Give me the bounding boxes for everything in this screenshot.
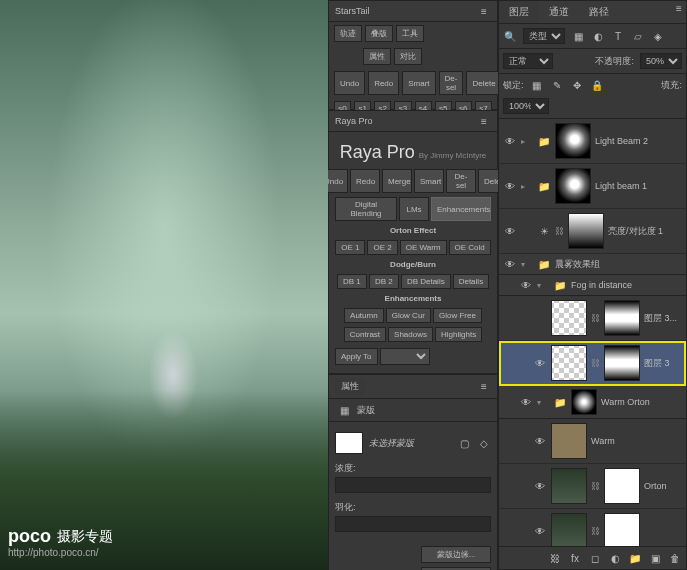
- lock-transparent-icon[interactable]: ▦: [530, 78, 544, 92]
- layer-mask-thumb[interactable]: [604, 300, 640, 336]
- filter-type-select[interactable]: 类型: [523, 28, 565, 44]
- raya-desel[interactable]: De-sel: [446, 169, 476, 193]
- tab-paths[interactable]: 路径: [579, 1, 619, 23]
- enh-shadows[interactable]: Shadows: [388, 327, 433, 342]
- layer-warm-orton-group[interactable]: 👁 ▾ 📁 Warm Orton: [499, 386, 686, 419]
- feather-input[interactable]: [335, 516, 491, 532]
- trash-icon[interactable]: 🗑: [668, 551, 682, 565]
- layer-mask-thumb[interactable]: [604, 345, 640, 381]
- opacity-input[interactable]: 50%: [640, 53, 682, 69]
- visibility-toggle[interactable]: 👁: [503, 224, 517, 238]
- apply-to-button[interactable]: Apply To: [335, 348, 378, 365]
- properties-tab[interactable]: 属性: [335, 378, 365, 395]
- layer-mask-thumb[interactable]: [568, 213, 604, 249]
- layer-mask-thumb[interactable]: [604, 513, 640, 546]
- layer-mask-thumb[interactable]: [571, 389, 597, 415]
- link-layers-icon[interactable]: ⛓: [548, 551, 562, 565]
- adjustment-layer-icon[interactable]: ◐: [608, 551, 622, 565]
- layer-label[interactable]: Warm Orton: [601, 397, 682, 407]
- st-tab-props[interactable]: 属性: [363, 48, 391, 65]
- group-label[interactable]: 晨雾效果组: [555, 258, 682, 271]
- tab-layers[interactable]: 图层: [499, 1, 539, 23]
- pixel-mask-icon[interactable]: ▢: [457, 436, 471, 450]
- layer-thumb[interactable]: [551, 423, 587, 459]
- st-undo[interactable]: Undo: [334, 71, 365, 95]
- apply-to-select[interactable]: [380, 348, 430, 365]
- filter-shape-icon[interactable]: ▱: [631, 29, 645, 43]
- layer-label[interactable]: 图层 3...: [644, 312, 682, 325]
- density-input[interactable]: [335, 477, 491, 493]
- visibility-toggle[interactable]: 👁: [519, 395, 533, 409]
- visibility-toggle[interactable]: 👁: [533, 434, 547, 448]
- layers-list[interactable]: 👁 ▸ 📁 Light Beam 2 👁 ▸ 📁 Light beam 1 👁: [499, 119, 686, 546]
- visibility-toggle[interactable]: 👁: [533, 479, 547, 493]
- layer-mask-thumb[interactable]: [555, 168, 591, 204]
- collapse-icon[interactable]: ▾: [537, 281, 549, 290]
- lock-all-icon[interactable]: 🔒: [590, 78, 604, 92]
- filter-type-icon[interactable]: T: [611, 29, 625, 43]
- visibility-toggle[interactable]: 👁: [503, 257, 517, 271]
- layer-mask-thumb[interactable]: [555, 123, 591, 159]
- raya-mode-lms[interactable]: LMs: [399, 197, 429, 221]
- layer-label[interactable]: Fog in distance: [571, 280, 682, 290]
- db-details[interactable]: DB Details: [401, 274, 451, 289]
- layer-3-selected[interactable]: 👁 ⛓ 图层 3: [499, 341, 686, 386]
- oe-1[interactable]: OE 1: [335, 240, 365, 255]
- enh-autumn[interactable]: Autumn: [344, 308, 384, 323]
- details[interactable]: Details: [453, 274, 489, 289]
- visibility-toggle[interactable]: [533, 311, 547, 325]
- collapse-icon[interactable]: ▾: [521, 260, 533, 269]
- layer-thumb[interactable]: [551, 513, 587, 546]
- blend-mode-select[interactable]: 正常: [503, 53, 553, 69]
- layer-extra[interactable]: 👁 ⛓: [499, 509, 686, 546]
- layer-fog-group[interactable]: 👁 ▾ 📁 Fog in distance: [499, 275, 686, 296]
- panel-menu-icon[interactable]: ≡: [672, 1, 686, 15]
- layer-thumb[interactable]: [551, 300, 587, 336]
- lock-position-icon[interactable]: ✥: [570, 78, 584, 92]
- collapse-icon[interactable]: ▾: [537, 398, 549, 407]
- visibility-toggle[interactable]: 👁: [503, 134, 517, 148]
- raya-redo[interactable]: Redo: [350, 169, 380, 193]
- layer-label[interactable]: 图层 3: [644, 357, 682, 370]
- st-desel[interactable]: De-sel: [439, 71, 464, 95]
- add-mask-icon[interactable]: ◻: [588, 551, 602, 565]
- panel-menu-icon[interactable]: ≡: [477, 114, 491, 128]
- tab-channels[interactable]: 通道: [539, 1, 579, 23]
- filter-img-icon[interactable]: ▦: [571, 29, 585, 43]
- layer-warm[interactable]: 👁 Warm: [499, 419, 686, 464]
- new-layer-icon[interactable]: ▣: [648, 551, 662, 565]
- oe-2[interactable]: OE 2: [367, 240, 397, 255]
- new-group-icon[interactable]: 📁: [628, 551, 642, 565]
- raya-mode-blend[interactable]: Digital Blending: [335, 197, 397, 221]
- st-tab-tools[interactable]: 工具: [396, 25, 424, 42]
- st-delete[interactable]: Delete: [466, 71, 501, 95]
- fx-icon[interactable]: fx: [568, 551, 582, 565]
- mask-thumbnail[interactable]: [335, 432, 363, 454]
- st-redo[interactable]: Redo: [368, 71, 399, 95]
- vector-mask-icon[interactable]: ◇: [477, 436, 491, 450]
- enh-contrast[interactable]: Contrast: [344, 327, 386, 342]
- visibility-toggle[interactable]: 👁: [503, 179, 517, 193]
- layer-orton[interactable]: 👁 ⛓ Orton: [499, 464, 686, 509]
- st-tab-compare[interactable]: 对比: [394, 48, 422, 65]
- mask-edge-button[interactable]: 蒙版边缘...: [421, 546, 491, 563]
- enh-glow-free[interactable]: Glow Free: [433, 308, 482, 323]
- visibility-toggle[interactable]: 👁: [519, 278, 533, 292]
- layer-3-copy[interactable]: ⛓ 图层 3...: [499, 296, 686, 341]
- st-tab-overlay[interactable]: 叠版: [365, 25, 393, 42]
- st-tab-trail[interactable]: 轨迹: [334, 25, 362, 42]
- visibility-toggle[interactable]: 👁: [533, 356, 547, 370]
- layer-label[interactable]: Light beam 1: [595, 181, 682, 191]
- filter-adj-icon[interactable]: ◐: [591, 29, 605, 43]
- raya-merge[interactable]: Merge: [382, 169, 412, 193]
- layer-thumb[interactable]: [551, 345, 587, 381]
- panel-menu-icon[interactable]: ≡: [477, 380, 491, 394]
- layer-label[interactable]: Light Beam 2: [595, 136, 682, 146]
- layer-brightness-contrast[interactable]: 👁 ☀ ⛓ 亮度/对比度 1: [499, 209, 686, 254]
- panel-menu-icon[interactable]: ≡: [477, 4, 491, 18]
- raya-mode-enh[interactable]: Enhancements: [431, 197, 491, 221]
- expand-icon[interactable]: ▸: [521, 182, 533, 191]
- layer-label[interactable]: Warm: [591, 436, 682, 446]
- enh-highlights[interactable]: Highlights: [435, 327, 482, 342]
- db-1[interactable]: DB 1: [337, 274, 367, 289]
